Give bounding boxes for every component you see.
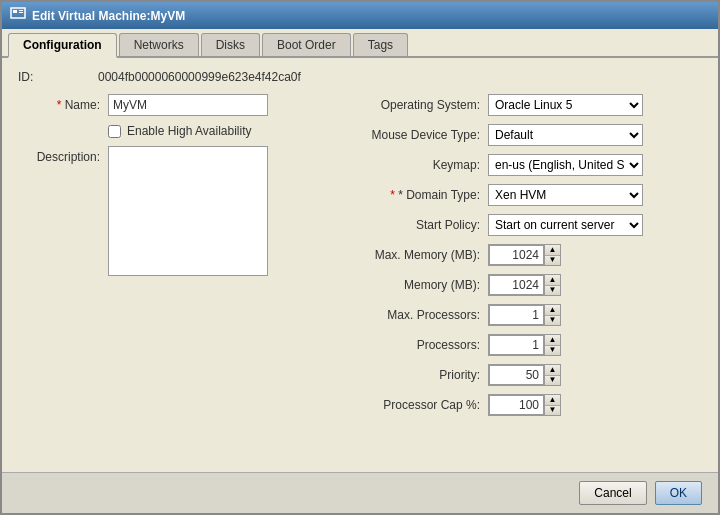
mouse-select[interactable]: Default Tablet Mouse [488, 124, 643, 146]
footer: Cancel OK [2, 472, 718, 513]
window-title: Edit Virtual Machine:MyVM [32, 9, 185, 23]
mem-spin-up[interactable]: ▲ [545, 275, 560, 286]
mouse-label: Mouse Device Type: [348, 128, 488, 142]
maxmem-input[interactable] [489, 245, 544, 265]
maxmem-spin-down[interactable]: ▼ [545, 256, 560, 266]
priority-row: Priority: ▲ ▼ [348, 364, 702, 386]
cancel-button[interactable]: Cancel [579, 481, 646, 505]
proc-label: Processors: [348, 338, 488, 352]
proc-spinner-btns: ▲ ▼ [544, 335, 560, 355]
proccap-spinner-btns: ▲ ▼ [544, 395, 560, 415]
right-column: Operating System: Oracle Linux 5 Oracle … [348, 94, 702, 460]
left-column: Name: Enable High Availability Descripti… [18, 94, 328, 460]
id-row: ID: 0004fb0000060000999e623e4f42ca0f [18, 70, 702, 84]
proc-input[interactable] [489, 335, 544, 355]
tab-bootorder[interactable]: Boot Order [262, 33, 351, 56]
maxproc-row: Max. Processors: ▲ ▼ [348, 304, 702, 326]
proccap-row: Processor Cap %: ▲ ▼ [348, 394, 702, 416]
svg-rect-1 [13, 10, 17, 13]
domain-label: * * Domain Type: [348, 188, 488, 202]
proccap-label: Processor Cap %: [348, 398, 488, 412]
description-row: Description: [18, 146, 328, 276]
titlebar: Edit Virtual Machine:MyVM [2, 2, 718, 29]
tab-networks[interactable]: Networks [119, 33, 199, 56]
keymap-row: Keymap: en-us (English, United State [348, 154, 702, 176]
policy-select[interactable]: Start on current server Start on any ser… [488, 214, 643, 236]
description-label: Description: [18, 146, 108, 164]
mem-spinner-btns: ▲ ▼ [544, 275, 560, 295]
proc-row: Processors: ▲ ▼ [348, 334, 702, 356]
name-row: Name: [18, 94, 328, 116]
proc-spin-up[interactable]: ▲ [545, 335, 560, 346]
proc-spin-down[interactable]: ▼ [545, 346, 560, 356]
id-label: ID: [18, 70, 98, 84]
proccap-spin-down[interactable]: ▼ [545, 406, 560, 416]
maxproc-spin-up[interactable]: ▲ [545, 305, 560, 316]
maxmem-label: Max. Memory (MB): [348, 248, 488, 262]
ha-label: Enable High Availability [127, 124, 252, 138]
tabs-bar: Configuration Networks Disks Boot Order … [2, 29, 718, 58]
keymap-label: Keymap: [348, 158, 488, 172]
id-value: 0004fb0000060000999e623e4f42ca0f [98, 70, 301, 84]
window: Edit Virtual Machine:MyVM Configuration … [0, 0, 720, 515]
priority-spin-down[interactable]: ▼ [545, 376, 560, 386]
maxproc-label: Max. Processors: [348, 308, 488, 322]
proccap-input[interactable] [489, 395, 544, 415]
policy-label: Start Policy: [348, 218, 488, 232]
name-label: Name: [18, 98, 108, 112]
maxproc-spin-down[interactable]: ▼ [545, 316, 560, 326]
name-input[interactable] [108, 94, 268, 116]
form-area: Name: Enable High Availability Descripti… [18, 94, 702, 460]
ha-row: Enable High Availability [18, 124, 328, 138]
tab-tags[interactable]: Tags [353, 33, 408, 56]
tab-configuration[interactable]: Configuration [8, 33, 117, 58]
ha-checkbox[interactable] [108, 125, 121, 138]
priority-spin-up[interactable]: ▲ [545, 365, 560, 376]
maxmem-spinner: ▲ ▼ [488, 244, 561, 266]
ok-button[interactable]: OK [655, 481, 702, 505]
domain-row: * * Domain Type: Xen HVM Xen PVM [348, 184, 702, 206]
priority-spinner-btns: ▲ ▼ [544, 365, 560, 385]
maxmem-spin-up[interactable]: ▲ [545, 245, 560, 256]
os-select[interactable]: Oracle Linux 5 Oracle Linux 6 Other [488, 94, 643, 116]
proccap-spin-up[interactable]: ▲ [545, 395, 560, 406]
mem-label: Memory (MB): [348, 278, 488, 292]
maxmem-spinner-btns: ▲ ▼ [544, 245, 560, 265]
tab-disks[interactable]: Disks [201, 33, 260, 56]
domain-select[interactable]: Xen HVM Xen PVM [488, 184, 643, 206]
window-icon [10, 6, 26, 25]
priority-spinner: ▲ ▼ [488, 364, 561, 386]
proccap-spinner: ▲ ▼ [488, 394, 561, 416]
mem-row: Memory (MB): ▲ ▼ [348, 274, 702, 296]
maxproc-spinner-btns: ▲ ▼ [544, 305, 560, 325]
mem-spinner: ▲ ▼ [488, 274, 561, 296]
priority-label: Priority: [348, 368, 488, 382]
keymap-select[interactable]: en-us (English, United State [488, 154, 643, 176]
os-row: Operating System: Oracle Linux 5 Oracle … [348, 94, 702, 116]
mem-spin-down[interactable]: ▼ [545, 286, 560, 296]
form-content: ID: 0004fb0000060000999e623e4f42ca0f Nam… [2, 58, 718, 472]
svg-rect-2 [19, 10, 23, 11]
mouse-row: Mouse Device Type: Default Tablet Mouse [348, 124, 702, 146]
proc-spinner: ▲ ▼ [488, 334, 561, 356]
maxproc-spinner: ▲ ▼ [488, 304, 561, 326]
maxproc-input[interactable] [489, 305, 544, 325]
mem-input[interactable] [489, 275, 544, 295]
description-input[interactable] [108, 146, 268, 276]
policy-row: Start Policy: Start on current server St… [348, 214, 702, 236]
maxmem-row: Max. Memory (MB): ▲ ▼ [348, 244, 702, 266]
os-label: Operating System: [348, 98, 488, 112]
priority-input[interactable] [489, 365, 544, 385]
svg-rect-3 [19, 12, 23, 13]
